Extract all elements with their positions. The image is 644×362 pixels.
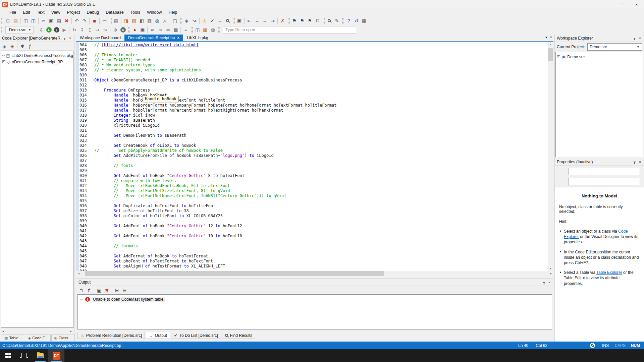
code-line-039[interactable]: 039 <box>76 219 553 224</box>
sync-to-designer-button[interactable]: ◈ <box>183 17 191 24</box>
run-debug-button[interactable]: ▶ <box>60 26 68 34</box>
editor-vscrollbar[interactable]: ▴ ▾ <box>548 42 553 271</box>
scroll-down-icon[interactable]: ▾ <box>548 266 553 271</box>
editor-hscrollbar[interactable]: ◂ ▸ <box>76 271 553 276</box>
replace-button[interactable]: ✎ <box>333 17 341 24</box>
file-explorer-button[interactable] <box>32 349 48 362</box>
stop-debugging-button[interactable]: ■ <box>119 26 127 34</box>
expand-all-button[interactable]: ⊞ <box>113 287 121 294</box>
new-source-button[interactable]: ▢ <box>171 17 179 24</box>
attach-process-button[interactable]: ⊕ <box>111 26 119 34</box>
code-line-042[interactable]: 042 Get AddFont of hoBook "Century Gothi… <box>76 234 553 239</box>
goto-definition-button[interactable]: → <box>216 17 224 24</box>
todo-list-button[interactable]: ✔ <box>208 17 216 24</box>
close-button[interactable]: × <box>629 0 644 9</box>
table-viewer-button[interactable]: ▦ <box>201 26 209 34</box>
scroll-left-icon[interactable]: ◂ <box>1 328 6 334</box>
save-all-button[interactable]: ◫ <box>30 17 37 24</box>
close-icon[interactable]: × <box>637 36 643 41</box>
code-line-005[interactable]: 005 <box>76 48 553 53</box>
workspace-dashboard-button[interactable]: ◨ <box>122 17 130 24</box>
cut-button[interactable]: ✂ <box>40 17 47 24</box>
web-designer-button[interactable]: ◍ <box>153 17 161 24</box>
command-window-button[interactable]: ▣ <box>235 17 243 24</box>
bookmark-previous-button[interactable]: ⚑ <box>298 17 306 24</box>
code-line-006[interactable]: 006// Things to note: <box>76 53 553 58</box>
code-line-036[interactable]: 036 Get Duplicate of hoTextFont to hoTit… <box>76 203 553 208</box>
new-file-button[interactable]: □ <box>4 17 12 24</box>
code-line-026[interactable]: 026 Get AddPictureFromFile of hoBook (sB… <box>76 153 553 158</box>
minimize-button[interactable]: – <box>599 0 614 9</box>
next-message-button[interactable]: ↱ <box>85 287 93 294</box>
menu-debug[interactable]: Debug <box>83 9 102 15</box>
nav-back-button[interactable]: ← <box>253 17 261 24</box>
redo-button[interactable]: ↷ <box>80 17 88 24</box>
code-line-028[interactable]: 028 // fonts <box>76 163 553 168</box>
bookmark-clear-button[interactable]: ⚐ <box>314 17 321 24</box>
code-line-004[interactable]: 004// [http://libxl.com/write-excel-data… <box>76 43 553 48</box>
code-line-008[interactable]: 008// * No void return types <box>76 63 553 68</box>
database-explorer-button[interactable]: ◫ <box>194 26 201 34</box>
open-workspace-button[interactable]: ▤ <box>12 17 19 24</box>
set-web-property-button[interactable]: ✱ <box>18 43 26 50</box>
restart-button[interactable]: ↻ <box>70 26 78 34</box>
context-help-button[interactable]: ↺ <box>353 17 360 24</box>
task-view-button[interactable] <box>16 349 32 362</box>
tab-find-results[interactable]: Find Results <box>222 332 256 339</box>
toggle-breakpoint-button[interactable]: ● <box>131 26 139 34</box>
tab-libxl-h-pkg[interactable]: LibXL.h.pkg <box>183 35 212 41</box>
object-properties-button[interactable]: ◧ <box>138 17 146 24</box>
tab-todo-list[interactable]: ✔To Do List [Demo.src] <box>171 332 221 339</box>
find-in-files-button[interactable] <box>224 17 231 24</box>
class-browser-button[interactable]: ▥ <box>146 17 153 24</box>
watch-window-button[interactable]: ∞ <box>149 26 156 34</box>
tab-class-explorer[interactable]: ▣Class ... <box>51 335 75 341</box>
expand-icon[interactable] <box>557 55 560 58</box>
table-explorer-link[interactable]: Table Explorer <box>596 270 622 275</box>
sync-code-up-button[interactable]: ◈ <box>1 43 8 50</box>
database-builder-button[interactable]: ◬ <box>161 17 169 24</box>
code-line-009[interactable]: 009// * cleaner syntax, with some optimi… <box>76 68 553 73</box>
menu-project[interactable]: Project <box>64 9 84 15</box>
code-line-019[interactable]: 019 String sBasePath <box>76 118 553 123</box>
code-line-047[interactable]: 047 Set phoFont of hoTextFormat to hoTex… <box>76 259 553 264</box>
code-line-048[interactable]: 048 Set peAlignH of hoTextFormat to XL_A… <box>76 264 553 269</box>
tab-problem-resolution[interactable]: ⚠Problem Resolution [Demo.src] <box>77 332 145 339</box>
run-button[interactable]: ▶ <box>45 26 53 34</box>
file-search-input[interactable] <box>223 26 356 34</box>
code-line-043[interactable]: 043 <box>76 239 553 244</box>
code-line-021[interactable]: 021 <box>76 128 553 133</box>
code-line-033[interactable]: 033 // Move (xlFontSetSize(aTextFont, 8)… <box>76 188 553 193</box>
print-button[interactable]: ▭ <box>101 17 108 24</box>
code-line-027[interactable]: 027 <box>76 158 553 163</box>
order-entry-view-button[interactable]: ▤ <box>112 17 120 24</box>
call-stack-button[interactable]: ≡ <box>182 26 190 34</box>
clear-output-button[interactable]: ✖ <box>103 287 111 294</box>
current-project-combobox[interactable]: Demo.src ▼ <box>587 43 642 51</box>
code-line-018[interactable]: 018 Integer iCol iRow <box>76 113 553 118</box>
code-line-023[interactable]: 023 <box>76 138 553 143</box>
tab-demogeneratereceipt-bp[interactable]: DemoGenerateReceipt.bp× <box>124 35 183 41</box>
bookmark-toggle-button[interactable]: ⚑ <box>290 17 298 24</box>
vscroll-thumb[interactable] <box>548 48 553 61</box>
code-line-012[interactable]: 012 <box>76 83 553 88</box>
autos-window-button[interactable]: ▦ <box>172 26 179 34</box>
start-button[interactable] <box>0 349 16 362</box>
run-to-cursor-button[interactable]: ↦ <box>94 26 101 34</box>
paste-button[interactable]: ▤ <box>55 17 63 24</box>
scroll-left-icon[interactable]: ◂ <box>76 271 81 276</box>
nav-first-button[interactable]: ⇤ <box>246 17 253 24</box>
menu-database[interactable]: Database <box>102 9 127 15</box>
code-line-045[interactable]: 045 <box>76 249 553 254</box>
maximize-button[interactable] <box>614 0 629 9</box>
sync-code-down-button[interactable]: ◈ <box>8 43 16 50</box>
code-editor[interactable]: 004// [http://libxl.com/write-excel-data… <box>76 42 553 271</box>
code-line-044[interactable]: 044 // formats <box>76 244 553 249</box>
close-icon[interactable]: × <box>547 280 552 285</box>
tab-code-explorer[interactable]: ◈Code E... <box>26 335 51 341</box>
tab-workspace-dashboard[interactable]: Workspace Dashboard <box>76 35 124 41</box>
code-line-034[interactable]: 034 // Move (xlFontSetName(aTextFont, To… <box>76 193 553 198</box>
code-line-031[interactable]: 031 // compare with low-level: <box>76 178 553 183</box>
close-icon[interactable]: × <box>637 159 643 165</box>
record-macro-button[interactable]: ◙ <box>91 17 98 24</box>
